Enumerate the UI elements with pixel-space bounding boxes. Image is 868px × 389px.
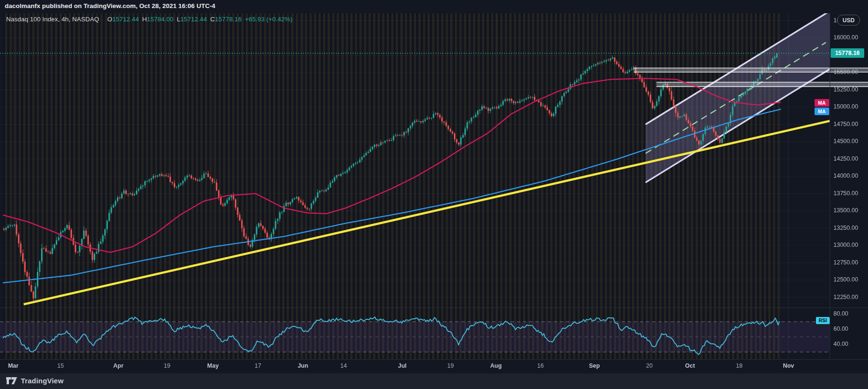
price-tick: 12250.00	[833, 294, 858, 300]
price-tick: 15250.00	[833, 86, 858, 93]
time-tick: 15	[46, 362, 75, 369]
rsi-tick: 80.00	[833, 310, 848, 317]
ohlc-values: O15712.44H15784.00L15712.44C15778.16	[104, 16, 242, 23]
ohlc-value: 15784.00	[147, 16, 173, 23]
change-value: +65.93 (+0.42%)	[245, 16, 292, 23]
price-tick: 14750.00	[833, 121, 858, 127]
ohlc-letter: L	[177, 16, 181, 23]
time-tick: Oct	[676, 362, 704, 369]
time-tick: 16	[526, 362, 555, 369]
rsi-badge[interactable]: RSI	[816, 317, 830, 324]
time-tick: 18	[725, 362, 753, 369]
time-tick: Jun	[289, 362, 317, 369]
tradingview-logo-text: TradingView	[21, 377, 63, 385]
time-tick: 14	[329, 362, 358, 369]
attribution-bar: dacolmanfx published on TradingView.com,…	[0, 0, 868, 13]
symbol-title[interactable]: Nasdaq 100 Index, 4h, NASDAQ	[6, 16, 99, 23]
tradingview-logo[interactable]: TradingView	[6, 376, 63, 385]
time-tick: 19	[153, 362, 181, 369]
time-tick: Mar	[0, 362, 27, 369]
tradingview-logo-icon	[6, 376, 18, 385]
price-tick: 13500.00	[833, 207, 858, 214]
price-tick: 12750.00	[833, 259, 858, 266]
time-tick: 20	[635, 362, 664, 369]
price-tick: 13250.00	[833, 225, 858, 231]
symbol-legend[interactable]: Nasdaq 100 Index, 4h, NASDAQO15712.44H15…	[6, 16, 292, 23]
ohlc-letter: C	[210, 16, 215, 23]
ohlc-value: 15778.16	[215, 16, 241, 23]
ma-fast-badge[interactable]: MA	[815, 99, 829, 107]
usd-currency-button[interactable]: USD	[837, 15, 860, 26]
tradingview-chart-snapshot: dacolmanfx published on TradingView.com,…	[0, 0, 868, 389]
bottom-bar: TradingView	[0, 373, 868, 389]
price-tick: 16000.00	[833, 34, 858, 41]
price-tick: 12500.00	[833, 276, 858, 283]
ohlc-value: 15712.44	[112, 16, 139, 23]
attribution-text: dacolmanfx published on TradingView.com,…	[5, 2, 215, 9]
ohlc-value: 15712.44	[180, 16, 207, 23]
time-tick: Jul	[388, 362, 416, 369]
price-tick: 15500.00	[833, 69, 858, 75]
time-tick: Sep	[580, 362, 609, 369]
ohlc-letter: H	[142, 16, 147, 23]
rsi-tick: 60.00	[833, 326, 848, 332]
price-tick: 14500.00	[833, 138, 858, 145]
price-tick: 14250.00	[833, 155, 858, 162]
ma-slow-badge[interactable]: MA	[815, 108, 829, 115]
price-tick: 14000.00	[833, 172, 858, 179]
price-tick: 13000.00	[833, 242, 858, 248]
ohlc-letter: O	[107, 16, 113, 23]
price-tick: 13750.00	[833, 190, 858, 197]
last-price-label: 15778.16	[831, 48, 864, 58]
time-tick: Apr	[104, 362, 133, 369]
rsi-tick: 40.00	[833, 341, 848, 347]
chart-canvas[interactable]	[0, 0, 868, 389]
time-tick: Nov	[774, 362, 803, 369]
price-tick: 15000.00	[833, 103, 858, 110]
time-tick: Aug	[482, 362, 510, 369]
time-tick: 19	[436, 362, 465, 369]
time-tick: 17	[244, 362, 272, 369]
time-tick: May	[199, 362, 227, 369]
